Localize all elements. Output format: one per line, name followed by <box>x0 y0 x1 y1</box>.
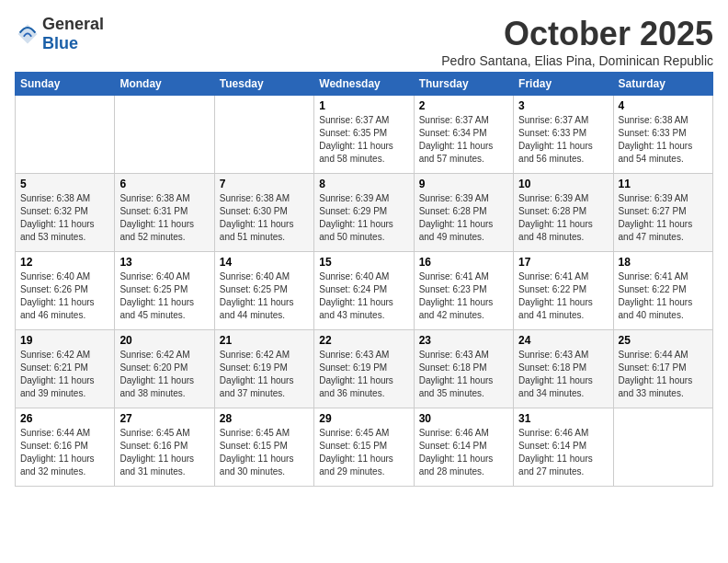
calendar-cell: 7Sunrise: 6:38 AM Sunset: 6:30 PM Daylig… <box>214 174 313 252</box>
day-info: Sunrise: 6:45 AM Sunset: 6:15 PM Dayligh… <box>319 427 408 478</box>
col-thursday: Thursday <box>414 73 513 96</box>
calendar-cell: 4Sunrise: 6:38 AM Sunset: 6:33 PM Daylig… <box>613 96 712 174</box>
day-number: 6 <box>119 178 209 190</box>
day-number: 1 <box>319 99 408 112</box>
calendar-cell: 5Sunrise: 6:38 AM Sunset: 6:32 PM Daylig… <box>16 174 115 252</box>
day-info: Sunrise: 6:40 AM Sunset: 6:25 PM Dayligh… <box>220 270 309 322</box>
calendar-cell: 31Sunrise: 6:46 AM Sunset: 6:14 PM Dayli… <box>514 408 613 487</box>
day-info: Sunrise: 6:45 AM Sunset: 6:16 PM Dayligh… <box>119 427 209 478</box>
day-number: 24 <box>518 334 608 347</box>
calendar-cell: 1Sunrise: 6:37 AM Sunset: 6:35 PM Daylig… <box>314 96 414 174</box>
calendar-cell: 26Sunrise: 6:44 AM Sunset: 6:16 PM Dayli… <box>16 408 115 487</box>
calendar-header-row: Sunday Monday Tuesday Wednesday Thursday… <box>16 73 713 96</box>
day-number: 14 <box>220 256 309 269</box>
day-number: 8 <box>319 178 408 190</box>
day-info: Sunrise: 6:43 AM Sunset: 6:18 PM Dayligh… <box>419 349 508 400</box>
day-number: 31 <box>518 412 608 425</box>
day-number: 11 <box>619 178 708 190</box>
day-info: Sunrise: 6:43 AM Sunset: 6:19 PM Dayligh… <box>319 349 408 400</box>
day-number: 5 <box>20 178 109 190</box>
day-info: Sunrise: 6:40 AM Sunset: 6:26 PM Dayligh… <box>20 270 109 322</box>
day-number: 16 <box>419 256 508 269</box>
day-info: Sunrise: 6:40 AM Sunset: 6:25 PM Dayligh… <box>119 270 209 322</box>
day-number: 18 <box>619 256 708 269</box>
calendar-week-4: 19Sunrise: 6:42 AM Sunset: 6:21 PM Dayli… <box>16 330 713 408</box>
day-number: 21 <box>220 334 309 347</box>
calendar-cell: 13Sunrise: 6:40 AM Sunset: 6:25 PM Dayli… <box>115 252 214 330</box>
calendar-table: Sunday Monday Tuesday Wednesday Thursday… <box>15 72 713 487</box>
calendar-cell: 22Sunrise: 6:43 AM Sunset: 6:19 PM Dayli… <box>314 330 414 408</box>
calendar-cell: 10Sunrise: 6:39 AM Sunset: 6:28 PM Dayli… <box>514 174 613 252</box>
day-info: Sunrise: 6:37 AM Sunset: 6:35 PM Dayligh… <box>319 114 408 166</box>
calendar-cell: 2Sunrise: 6:37 AM Sunset: 6:34 PM Daylig… <box>414 96 513 174</box>
day-info: Sunrise: 6:39 AM Sunset: 6:28 PM Dayligh… <box>419 192 508 244</box>
day-info: Sunrise: 6:39 AM Sunset: 6:27 PM Dayligh… <box>619 192 708 244</box>
day-number: 15 <box>319 256 408 269</box>
day-number: 30 <box>419 412 508 425</box>
calendar-cell: 18Sunrise: 6:41 AM Sunset: 6:22 PM Dayli… <box>613 252 712 330</box>
calendar-cell: 24Sunrise: 6:43 AM Sunset: 6:18 PM Dayli… <box>514 330 613 408</box>
day-number: 7 <box>220 178 309 190</box>
month-title: October 2025 <box>441 15 713 53</box>
page-header: General Blue October 2025 Pedro Santana,… <box>15 15 713 68</box>
calendar-week-1: 1Sunrise: 6:37 AM Sunset: 6:35 PM Daylig… <box>16 96 713 174</box>
calendar-cell <box>214 96 313 174</box>
day-info: Sunrise: 6:40 AM Sunset: 6:24 PM Dayligh… <box>319 270 408 322</box>
day-number: 25 <box>619 334 708 347</box>
calendar-cell: 9Sunrise: 6:39 AM Sunset: 6:28 PM Daylig… <box>414 174 513 252</box>
day-number: 10 <box>518 178 608 190</box>
title-block: October 2025 Pedro Santana, Elias Pina, … <box>441 15 713 68</box>
day-info: Sunrise: 6:41 AM Sunset: 6:22 PM Dayligh… <box>619 270 708 322</box>
calendar-cell: 14Sunrise: 6:40 AM Sunset: 6:25 PM Dayli… <box>214 252 313 330</box>
logo: General Blue <box>15 15 104 53</box>
calendar-cell: 17Sunrise: 6:41 AM Sunset: 6:22 PM Dayli… <box>514 252 613 330</box>
day-info: Sunrise: 6:37 AM Sunset: 6:33 PM Dayligh… <box>518 114 608 166</box>
day-number: 13 <box>119 256 209 269</box>
day-number: 26 <box>20 412 109 425</box>
day-number: 28 <box>220 412 309 425</box>
day-info: Sunrise: 6:42 AM Sunset: 6:21 PM Dayligh… <box>20 349 109 400</box>
calendar-cell: 6Sunrise: 6:38 AM Sunset: 6:31 PM Daylig… <box>115 174 214 252</box>
calendar-cell: 21Sunrise: 6:42 AM Sunset: 6:19 PM Dayli… <box>214 330 313 408</box>
day-info: Sunrise: 6:37 AM Sunset: 6:34 PM Dayligh… <box>419 114 508 166</box>
calendar-cell <box>115 96 214 174</box>
col-tuesday: Tuesday <box>214 73 313 96</box>
calendar-cell: 20Sunrise: 6:42 AM Sunset: 6:20 PM Dayli… <box>115 330 214 408</box>
calendar-cell: 3Sunrise: 6:37 AM Sunset: 6:33 PM Daylig… <box>514 96 613 174</box>
day-number: 20 <box>119 334 209 347</box>
day-info: Sunrise: 6:39 AM Sunset: 6:29 PM Dayligh… <box>319 192 408 244</box>
day-number: 9 <box>419 178 508 190</box>
col-wednesday: Wednesday <box>314 73 414 96</box>
calendar-week-3: 12Sunrise: 6:40 AM Sunset: 6:26 PM Dayli… <box>16 252 713 330</box>
location-subtitle: Pedro Santana, Elias Pina, Dominican Rep… <box>441 53 713 68</box>
day-info: Sunrise: 6:38 AM Sunset: 6:32 PM Dayligh… <box>20 192 109 244</box>
calendar-cell: 27Sunrise: 6:45 AM Sunset: 6:16 PM Dayli… <box>115 408 214 487</box>
day-info: Sunrise: 6:42 AM Sunset: 6:19 PM Dayligh… <box>220 349 309 400</box>
calendar-cell: 25Sunrise: 6:44 AM Sunset: 6:17 PM Dayli… <box>613 330 712 408</box>
col-friday: Friday <box>514 73 613 96</box>
day-info: Sunrise: 6:45 AM Sunset: 6:15 PM Dayligh… <box>220 427 309 478</box>
day-number: 4 <box>619 99 708 112</box>
day-info: Sunrise: 6:46 AM Sunset: 6:14 PM Dayligh… <box>419 427 508 478</box>
day-info: Sunrise: 6:43 AM Sunset: 6:18 PM Dayligh… <box>518 349 608 400</box>
calendar-week-5: 26Sunrise: 6:44 AM Sunset: 6:16 PM Dayli… <box>16 408 713 487</box>
day-info: Sunrise: 6:38 AM Sunset: 6:33 PM Dayligh… <box>619 114 708 166</box>
day-number: 2 <box>419 99 508 112</box>
logo-blue: Blue <box>42 34 78 52</box>
day-info: Sunrise: 6:38 AM Sunset: 6:31 PM Dayligh… <box>119 192 209 244</box>
day-info: Sunrise: 6:41 AM Sunset: 6:23 PM Dayligh… <box>419 270 508 322</box>
col-saturday: Saturday <box>613 73 712 96</box>
logo-icon <box>15 21 40 47</box>
calendar-cell: 23Sunrise: 6:43 AM Sunset: 6:18 PM Dayli… <box>414 330 513 408</box>
day-number: 17 <box>518 256 608 269</box>
day-info: Sunrise: 6:44 AM Sunset: 6:16 PM Dayligh… <box>20 427 109 478</box>
day-info: Sunrise: 6:44 AM Sunset: 6:17 PM Dayligh… <box>619 349 708 400</box>
calendar-cell: 19Sunrise: 6:42 AM Sunset: 6:21 PM Dayli… <box>16 330 115 408</box>
day-number: 22 <box>319 334 408 347</box>
calendar-cell: 8Sunrise: 6:39 AM Sunset: 6:29 PM Daylig… <box>314 174 414 252</box>
col-sunday: Sunday <box>16 73 115 96</box>
day-number: 12 <box>20 256 109 269</box>
day-info: Sunrise: 6:41 AM Sunset: 6:22 PM Dayligh… <box>518 270 608 322</box>
day-number: 27 <box>119 412 209 425</box>
col-monday: Monday <box>115 73 214 96</box>
